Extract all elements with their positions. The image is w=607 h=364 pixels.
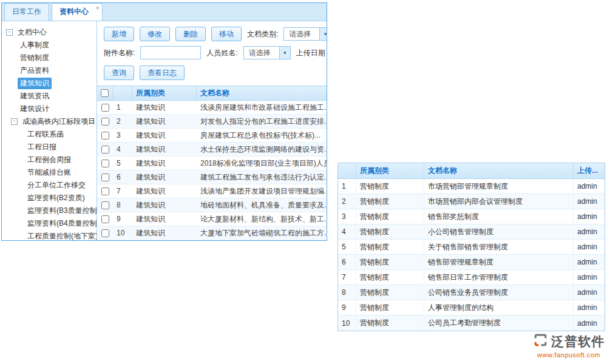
tree-label: 工程例会周报: [25, 154, 73, 166]
tree-label: 监理资料(B4质量控制): [25, 218, 97, 229]
select-value: 请选择: [284, 28, 319, 40]
table-row[interactable]: 7 营销制度 销售部日常工作管理制度 admin: [338, 270, 605, 285]
chevron-down-icon: ▼: [319, 28, 327, 40]
row-checkbox[interactable]: [101, 146, 109, 153]
toolbar-row-filters: 附件名称: 人员姓名: 请选择 ▼ 上传日期: [97, 41, 327, 59]
attachment-name-input[interactable]: [140, 46, 201, 59]
table-row[interactable]: 5 建筑知识 2018标准化监理项目部(业主项目部)人员...: [97, 157, 327, 170]
row-category: 营销制度: [356, 179, 424, 194]
doc-category-select[interactable]: 请选择 ▼: [283, 27, 327, 41]
table-row[interactable]: 8 建筑知识 地砖地面材料、机具准备、质量要求及...: [97, 198, 327, 212]
query-button[interactable]: 查询: [104, 66, 134, 80]
row-doc-name: 小公司销售管理制度: [424, 224, 574, 239]
col-index: [338, 163, 356, 178]
view-log-button[interactable]: 查看日志: [140, 66, 185, 80]
tree-node-project[interactable]: - 成渝高铁内江标段项目: [6, 115, 97, 128]
tree-node[interactable]: 节能减排台账: [6, 166, 97, 179]
tree-node[interactable]: 监理资料(B4质量控制): [6, 217, 97, 230]
select-all-checkbox[interactable]: [101, 89, 109, 97]
table-row[interactable]: 6 营销制度 销售部管理规章制度 admin: [338, 255, 605, 270]
table-row[interactable]: 4 营销制度 小公司销售管理制度 admin: [338, 224, 605, 240]
table-row[interactable]: 9 营销制度 人事管理制度的结构 admin: [338, 300, 605, 315]
col-category[interactable]: 所属别类: [356, 163, 424, 178]
person-name-select[interactable]: 请选择 ▼: [243, 46, 291, 59]
row-checkbox[interactable]: [101, 132, 109, 140]
row-doc-name: 人事管理制度的结构: [424, 300, 574, 315]
table-row[interactable]: 7 建筑知识 浅谈地产集团开发建设项目管理规划编...: [97, 184, 327, 198]
row-doc-name: 销售部管理规章制度: [424, 255, 574, 269]
row-index: 8: [113, 198, 132, 212]
modify-button[interactable]: 修改: [140, 27, 170, 41]
row-index: 4: [113, 143, 132, 156]
table-row[interactable]: 2 建筑知识 对发包人指定分包的工程施工进度安排...: [97, 115, 327, 129]
col-doc-name[interactable]: 文档名称: [424, 163, 574, 178]
row-checkbox[interactable]: [101, 187, 109, 195]
row-checkbox[interactable]: [101, 118, 109, 126]
table-row[interactable]: 2 营销制度 市场营销部内部会议管理制度 admin: [338, 194, 605, 209]
tree-node[interactable]: 产品资料: [6, 64, 97, 77]
tree-label: 建筑知识: [18, 78, 52, 89]
table-row[interactable]: 3 营销制度 销售部奖惩制度 admin: [338, 209, 605, 224]
row-index: 2: [113, 115, 132, 128]
collapse-icon[interactable]: -: [11, 118, 18, 125]
tree-node[interactable]: 工程日报: [6, 141, 97, 153]
upload-date-label: 上传日期: [296, 48, 325, 58]
tree-node-selected[interactable]: 建筑知识: [6, 77, 97, 90]
doc-category-label: 文档类别:: [247, 29, 278, 39]
table-row[interactable]: 10 营销制度 公司员工考勤管理制度 admin: [338, 315, 605, 331]
move-button[interactable]: 移动: [211, 27, 242, 41]
row-category: 建筑知识: [132, 170, 197, 184]
table-row[interactable]: 10 建筑知识 大厦地下室加气砼墙砌筑工程的施工方...: [97, 226, 327, 240]
col-doc-name[interactable]: 文档名称: [197, 86, 327, 100]
col-uploader[interactable]: 上传...: [574, 163, 605, 178]
tree-node[interactable]: 监理资料(B3质量控制): [6, 204, 97, 217]
table-row[interactable]: 8 营销制度 公司销售业务员管理制度 admin: [338, 285, 605, 300]
table-row[interactable]: 4 建筑知识 水土保持生态环境监测网络的建设与资...: [97, 143, 327, 157]
row-doc-name: 论大厦新材料、新结构、新技术、新工...: [197, 212, 327, 226]
add-button[interactable]: 新增: [104, 27, 134, 41]
tree-node[interactable]: 营销制度: [6, 52, 97, 64]
row-checkbox[interactable]: [101, 215, 109, 223]
row-category: 营销制度: [356, 300, 424, 315]
tab-daily-work[interactable]: 日常工作: [4, 3, 49, 21]
row-checkbox[interactable]: [101, 229, 109, 237]
row-category: 建筑知识: [132, 115, 197, 128]
tree-node[interactable]: 监理资料(B2资质): [6, 192, 97, 204]
row-index: 5: [338, 240, 356, 254]
row-uploader: admin: [574, 315, 605, 331]
tree-node[interactable]: 工程联系函: [6, 128, 97, 141]
row-index: 1: [338, 179, 356, 194]
collapse-icon[interactable]: -: [6, 29, 13, 36]
row-doc-name: 水土保持生态环境监测网络的建设与资...: [197, 143, 327, 156]
row-category: 营销制度: [356, 315, 424, 331]
table-row[interactable]: 1 建筑知识 浅谈房屋建筑和市政基础设施工程施工...: [97, 101, 327, 115]
tree-node[interactable]: 建筑资讯: [6, 90, 97, 103]
row-category: 建筑知识: [132, 101, 197, 114]
row-doc-name: 地砖地面材料、机具准备、质量要求及...: [197, 198, 327, 212]
row-checkbox[interactable]: [101, 201, 109, 209]
row-category: 建筑知识: [132, 184, 197, 198]
table-row[interactable]: 6 建筑知识 建筑工程施工发包与承包违法行为认定...: [97, 170, 327, 184]
table-row[interactable]: 5 营销制度 关于销售部销售管理制度 admin: [338, 240, 605, 255]
tree-node-root[interactable]: - 文档中心: [6, 26, 97, 39]
tree-node[interactable]: 工程例会周报: [6, 153, 97, 166]
table-row[interactable]: 3 建筑知识 房屋建筑工程总承包投标书(技术标)...: [97, 129, 327, 143]
tree-node[interactable]: 分工单位工作移交: [6, 179, 97, 192]
table-row[interactable]: 1 营销制度 市场营销部管理规章制度 admin: [338, 179, 605, 194]
tree-node[interactable]: 人事制度: [6, 39, 97, 52]
row-checkbox[interactable]: [101, 104, 109, 112]
tree-node[interactable]: 工程质量控制(地下室): [6, 230, 97, 240]
tree-node[interactable]: 建筑设计: [6, 103, 97, 115]
table-header: 所属别类 文档名称: [97, 86, 327, 101]
col-category[interactable]: 所属别类: [132, 86, 197, 100]
tab-data-center[interactable]: 资料中心 ×: [52, 3, 103, 21]
row-index: 5: [113, 157, 132, 170]
row-doc-name: 公司销售业务员管理制度: [424, 285, 574, 300]
row-checkbox[interactable]: [101, 160, 109, 167]
row-doc-name: 市场营销部管理规章制度: [424, 179, 574, 194]
close-icon[interactable]: ×: [96, 4, 100, 12]
row-doc-name: 2018标准化监理项目部(业主项目部)人员...: [197, 157, 327, 170]
row-checkbox[interactable]: [101, 174, 109, 181]
delete-button[interactable]: 删除: [175, 27, 206, 41]
table-row[interactable]: 9 建筑知识 论大厦新材料、新结构、新技术、新工...: [97, 212, 327, 226]
